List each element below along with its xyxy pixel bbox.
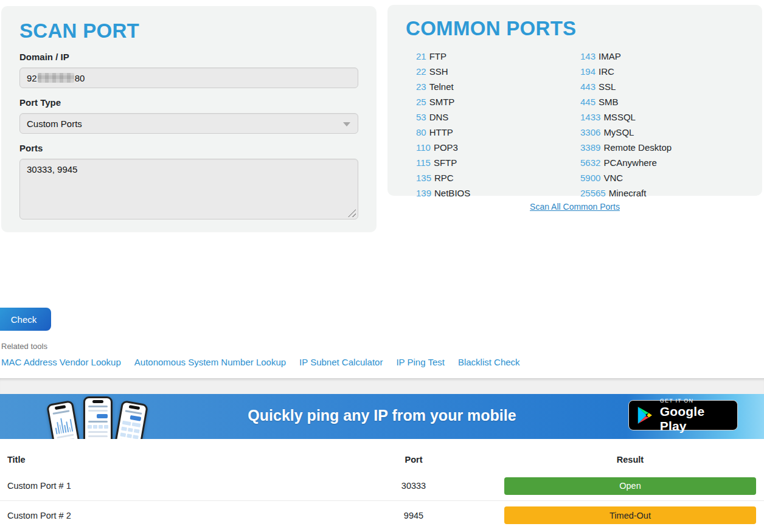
port-number-link[interactable]: 80	[416, 127, 426, 137]
port-service-name: VNC	[603, 173, 623, 183]
port-service-name: MySQL	[603, 127, 634, 137]
ports-value: 30333, 9945	[27, 164, 77, 174]
check-button[interactable]: Check	[0, 308, 51, 331]
port-service-name: IRC	[599, 66, 614, 77]
port-service-name: HTTP	[429, 127, 453, 137]
common-ports-column-1: 21FTP22SSH23Telnet25SMTP53DNS80HTTP110PO…	[416, 49, 580, 201]
mini-bar-chart	[54, 415, 73, 434]
common-port-item: 80HTTP	[416, 125, 580, 140]
port-type-label: Port Type	[19, 97, 358, 108]
port-number-link[interactable]: 5632	[580, 157, 600, 168]
google-play-badge[interactable]: GET IT ON Google Play	[628, 400, 738, 430]
port-service-name: SMB	[599, 97, 619, 107]
common-ports-column-2: 143IMAP194IRC443SSL445SMB1433MSSQL3306My…	[580, 49, 744, 201]
related-tools-links: MAC Address Vendor LookupAutonomous Syst…	[1, 357, 520, 367]
port-number-link[interactable]: 139	[416, 188, 431, 198]
google-play-label: Google Play	[660, 404, 729, 434]
phone-mockups-image	[52, 396, 148, 439]
related-tools-label: Related tools	[1, 342, 47, 351]
common-port-item: 3306MySQL	[580, 125, 744, 140]
related-tool-link[interactable]: IP Subnet Calculator	[299, 357, 383, 367]
common-port-item: 23Telnet	[416, 79, 580, 94]
related-tool-link[interactable]: IP Ping Test	[396, 357, 445, 367]
results-header-row: Title Port Result	[0, 448, 764, 471]
phone-notch	[92, 400, 103, 403]
port-number-link[interactable]: 53	[416, 112, 426, 122]
port-number-link[interactable]: 3306	[580, 127, 600, 137]
ports-label: Ports	[19, 143, 358, 153]
port-service-name: SSL	[599, 81, 616, 92]
row-port: 9945	[359, 511, 468, 520]
port-service-name: POP3	[434, 142, 458, 153]
port-number-link[interactable]: 25	[416, 97, 426, 107]
port-scanner-page: SCAN PORT Domain / IP 9280 Port Type Cus…	[0, 0, 764, 532]
common-port-item: 110POP3	[416, 140, 580, 155]
status-badge: Open	[504, 477, 756, 495]
port-number-link[interactable]: 135	[416, 173, 431, 183]
port-number-link[interactable]: 3389	[580, 142, 600, 153]
port-service-name: DNS	[429, 112, 449, 122]
phone-notch	[129, 405, 141, 410]
ports-textarea[interactable]: 30333, 9945	[19, 159, 358, 219]
redacted-ip-segment	[38, 73, 74, 83]
port-number-link[interactable]: 23	[416, 81, 426, 92]
common-port-item: 135RPC	[416, 170, 580, 185]
common-port-item: 22SSH	[416, 64, 580, 79]
port-service-name: Telnet	[429, 81, 454, 92]
scan-all-wrap: Scan All Common Ports	[387, 201, 762, 212]
port-number-link[interactable]: 115	[416, 157, 431, 168]
common-port-item: 139NetBIOS	[416, 185, 580, 201]
common-port-item: 143IMAP	[580, 49, 744, 64]
port-number-link[interactable]: 194	[580, 66, 596, 77]
port-service-name: SMTP	[429, 97, 455, 107]
related-tool-link[interactable]: MAC Address Vendor Lookup	[1, 357, 121, 367]
common-port-item: 115SFTP	[416, 155, 580, 170]
related-tool-link[interactable]: Blacklist Check	[458, 357, 520, 367]
table-row: Custom Port # 29945Timed-Out	[0, 500, 764, 530]
port-number-link[interactable]: 5900	[580, 173, 600, 183]
phone-notch	[55, 405, 66, 410]
port-number-link[interactable]: 1433	[580, 112, 600, 122]
port-service-name: RPC	[434, 173, 454, 183]
mobile-app-banner: Quickly ping any IP from your mobile GET…	[0, 394, 764, 439]
port-number-link[interactable]: 22	[416, 66, 426, 77]
port-service-name: SSH	[429, 66, 448, 77]
domain-ip-input[interactable]: 9280	[19, 67, 358, 88]
domain-ip-label: Domain / IP	[19, 52, 358, 62]
get-it-on-label: GET IT ON	[660, 398, 729, 404]
port-number-link[interactable]: 443	[580, 81, 596, 92]
mini-blue-button	[97, 414, 108, 418]
port-number-link[interactable]: 445	[580, 97, 596, 107]
phone-center	[83, 396, 113, 439]
common-port-item: 25565Minecraft	[580, 185, 744, 201]
scan-all-common-ports-link[interactable]: Scan All Common Ports	[530, 202, 620, 212]
related-tool-link[interactable]: Autonomous System Number Lookup	[134, 357, 286, 367]
header-result: Result	[468, 455, 764, 465]
common-ports-title: COMMON PORTS	[406, 17, 744, 40]
row-port: 30333	[359, 481, 468, 491]
port-type-select[interactable]: Custom Ports	[19, 113, 358, 134]
section-divider-band	[0, 378, 764, 394]
port-service-name: PCAnywhere	[603, 157, 657, 168]
port-number-link[interactable]: 110	[416, 142, 431, 153]
port-service-name: IMAP	[599, 51, 621, 61]
textarea-resize-handle[interactable]	[348, 209, 356, 217]
common-port-item: 443SSL	[580, 79, 744, 94]
common-ports-panel: COMMON PORTS 21FTP22SSH23Telnet25SMTP53D…	[387, 5, 762, 196]
common-port-item: 194IRC	[580, 64, 744, 79]
port-service-name: FTP	[429, 51, 446, 61]
scan-port-panel: SCAN PORT Domain / IP 9280 Port Type Cus…	[1, 6, 377, 232]
header-port: Port	[359, 455, 468, 465]
port-number-link[interactable]: 21	[416, 51, 426, 61]
table-row: Custom Port # 130333Open	[0, 471, 764, 500]
port-service-name: NetBIOS	[434, 188, 470, 198]
port-number-link[interactable]: 143	[580, 51, 596, 61]
common-port-item: 21FTP	[416, 49, 580, 64]
google-play-text: GET IT ON Google Play	[660, 398, 729, 434]
google-play-icon	[637, 406, 653, 424]
common-port-item: 5900VNC	[580, 170, 744, 185]
scan-port-title: SCAN PORT	[19, 19, 358, 43]
common-port-item: 3389Remote Desktop	[580, 140, 744, 155]
port-number-link[interactable]: 25565	[580, 188, 606, 198]
mini-blue-button	[130, 415, 141, 421]
